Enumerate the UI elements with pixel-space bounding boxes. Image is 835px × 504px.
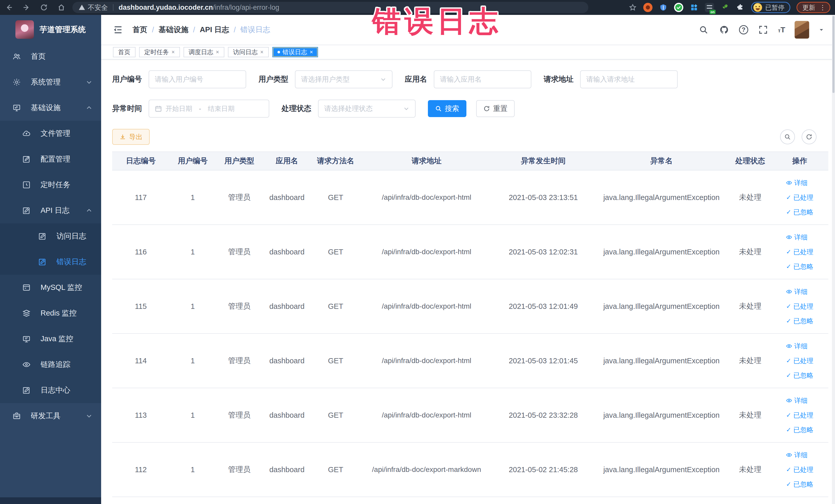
forward-icon[interactable] <box>22 3 31 12</box>
update-label: 更新 <box>802 3 815 12</box>
tag-access-log[interactable]: 访问日志× <box>228 47 269 57</box>
back-icon[interactable] <box>5 3 13 12</box>
col-user-type: 用户类型 <box>216 152 263 170</box>
detail-link[interactable]: 详细 <box>786 287 808 296</box>
mark-ignored-link[interactable]: ✓已忽略 <box>786 317 813 326</box>
breadcrumb-home[interactable]: 首页 <box>133 25 147 35</box>
detail-link[interactable]: 详细 <box>786 233 808 242</box>
home-icon[interactable] <box>57 3 66 12</box>
detail-link[interactable]: 详细 <box>786 396 808 405</box>
mark-ignored-link[interactable]: ✓已忽略 <box>786 425 813 435</box>
sidebar-item-label: 首页 <box>31 52 46 62</box>
reset-button[interactable]: 重置 <box>476 100 515 117</box>
breadcrumb-api-log[interactable]: API 日志 <box>200 25 229 35</box>
close-icon[interactable]: × <box>171 49 175 56</box>
extension-switch-icon[interactable]: on <box>705 3 714 12</box>
extension-green-icon[interactable] <box>674 3 683 12</box>
process-status-select[interactable]: 请选择处理状态 <box>318 100 415 118</box>
extension-shield-icon[interactable] <box>659 3 668 12</box>
sidebar-item-file-management[interactable]: 文件管理 <box>0 121 101 146</box>
font-size-icon[interactable]: тT <box>778 25 785 34</box>
detail-link[interactable]: 详细 <box>786 450 808 460</box>
cell-time: 2021-05-03 12:02:31 <box>493 225 593 279</box>
toggle-search-button[interactable] <box>780 129 795 144</box>
sidebar-item-mysql-monitor[interactable]: MySQL 监控 <box>0 275 101 300</box>
breadcrumb-infrastructure[interactable]: 基础设施 <box>159 25 188 35</box>
app-name-input[interactable] <box>440 76 525 83</box>
sidebar-item-dev-tools[interactable]: 研发工具 <box>0 403 101 429</box>
sidebar-item-home[interactable]: 首页 <box>0 44 101 69</box>
request-url-input[interactable] <box>586 76 672 83</box>
sidebar-item-scheduled-jobs[interactable]: 定时任务 <box>0 172 101 198</box>
tag-scheduled-jobs[interactable]: 定时任务× <box>139 47 180 57</box>
extension-plant-icon[interactable] <box>720 3 730 12</box>
export-button[interactable]: 导出 <box>112 129 150 145</box>
extensions-puzzle-icon[interactable] <box>736 3 745 12</box>
address-bar[interactable]: 不安全 dashboard.yudao.iocoder.cn/infra/log… <box>73 2 588 13</box>
close-icon[interactable]: × <box>216 49 219 56</box>
close-icon[interactable]: × <box>260 49 264 56</box>
sidebar-item-label: Java 监控 <box>41 334 73 344</box>
sidebar-item-config-management[interactable]: 配置管理 <box>0 146 101 172</box>
sidebar-item-java-monitor[interactable]: Java 监控 <box>0 326 101 352</box>
browser-update-button[interactable]: 更新 ⋮ <box>796 2 830 13</box>
user-id-input[interactable] <box>155 76 240 83</box>
scrollbar-thumb[interactable] <box>832 16 834 93</box>
tag-error-log[interactable]: 错误日志× <box>272 47 318 57</box>
sidebar-item-tracing[interactable]: 链路追踪 <box>0 352 101 378</box>
sidebar-item-error-log[interactable]: 错误日志 <box>0 249 101 275</box>
browser-profile-chip[interactable]: 已暂停 <box>751 2 790 13</box>
sidebar-item-label: 链路追踪 <box>41 360 70 370</box>
mark-processed-link[interactable]: ✓已处理 <box>786 302 813 311</box>
sidebar-item-redis-monitor[interactable]: Redis 监控 <box>0 300 101 326</box>
sidebar-item-infrastructure[interactable]: 基础设施 <box>0 95 101 121</box>
mark-ignored-link[interactable]: ✓已忽略 <box>786 371 813 380</box>
exception-time-range-picker[interactable]: 开始日期 - 结束日期 <box>149 100 269 118</box>
bookmark-star-icon[interactable] <box>628 3 637 12</box>
page-scrollbar[interactable] <box>832 15 835 504</box>
mark-ignored-link[interactable]: ✓已忽略 <box>786 262 813 271</box>
sidebar-item-label: 错误日志 <box>57 257 86 267</box>
process-status-placeholder: 请选择处理状态 <box>324 104 403 113</box>
mark-processed-link[interactable]: ✓已处理 <box>786 465 813 474</box>
app-logo-row[interactable]: 芋道管理系统 <box>0 15 101 44</box>
mark-ignored-link[interactable]: ✓已忽略 <box>786 480 813 489</box>
tag-home[interactable]: 首页 <box>113 47 136 57</box>
check-icon: ✓ <box>786 426 791 434</box>
mark-processed-link[interactable]: ✓已处理 <box>786 356 813 365</box>
toolbox-icon <box>12 412 22 420</box>
search-button[interactable]: 搜索 <box>428 100 466 117</box>
extension-grid-icon[interactable] <box>690 3 699 12</box>
tags-view-bar: 首页 定时任务× 调度日志× 访问日志× 错误日志× <box>101 45 835 60</box>
github-icon[interactable] <box>718 24 730 36</box>
detail-link[interactable]: 详细 <box>786 342 808 351</box>
sidebar-fold-icon[interactable] <box>113 25 123 35</box>
fullscreen-icon[interactable] <box>757 24 769 36</box>
mark-processed-link[interactable]: ✓已处理 <box>786 193 813 202</box>
mark-processed-link[interactable]: ✓已处理 <box>786 247 813 257</box>
chevron-down-icon <box>380 76 386 82</box>
detail-link[interactable]: 详细 <box>786 178 808 187</box>
close-icon[interactable]: × <box>310 49 313 56</box>
sidebar-item-access-log[interactable]: 访问日志 <box>0 223 101 249</box>
sidebar-item-system[interactable]: 系统管理 <box>0 69 101 95</box>
help-icon[interactable]: ? <box>739 25 748 35</box>
users-icon <box>12 53 22 61</box>
user-type-select[interactable]: 请选择用户类型 <box>295 70 392 88</box>
security-warning-icon[interactable]: 不安全 <box>79 3 108 12</box>
database-icon <box>22 283 31 292</box>
check-icon: ✓ <box>786 263 791 270</box>
browser-menu-icon[interactable]: ⋮ <box>819 6 826 9</box>
sidebar-item-log-center[interactable]: 日志中心 <box>0 378 101 403</box>
sidebar-item-api-log[interactable]: API 日志 <box>0 198 101 223</box>
reload-icon[interactable] <box>40 3 48 12</box>
mark-ignored-link[interactable]: ✓已忽略 <box>786 208 813 217</box>
mark-processed-link[interactable]: ✓已处理 <box>786 411 813 420</box>
user-menu-caret-icon[interactable] <box>819 27 824 33</box>
tag-schedule-log[interactable]: 调度日志× <box>184 47 224 57</box>
refresh-table-button[interactable] <box>802 129 816 144</box>
extension-orange-icon[interactable] <box>643 3 652 12</box>
search-icon[interactable] <box>698 24 709 36</box>
user-avatar[interactable] <box>794 21 809 39</box>
cell-exception: java.lang.IllegalArgumentException <box>593 334 730 388</box>
